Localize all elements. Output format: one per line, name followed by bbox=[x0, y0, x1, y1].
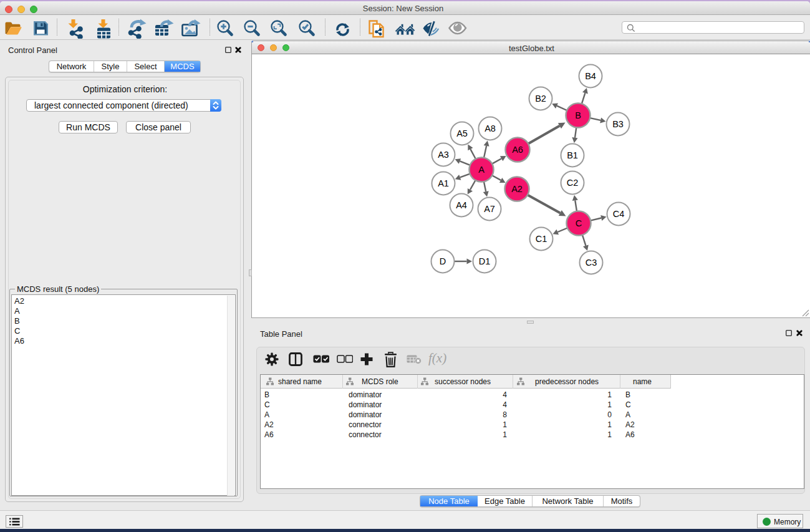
svg-text:D: D bbox=[440, 256, 446, 266]
svg-text:A8: A8 bbox=[485, 123, 496, 133]
svg-text:B1: B1 bbox=[567, 150, 578, 160]
svg-text:A5: A5 bbox=[456, 128, 468, 138]
svg-text:A6: A6 bbox=[512, 145, 523, 155]
svg-text:D1: D1 bbox=[479, 256, 491, 266]
svg-text:C1: C1 bbox=[536, 234, 547, 244]
svg-text:C3: C3 bbox=[586, 258, 597, 268]
svg-text:C: C bbox=[576, 218, 582, 228]
svg-text:B2: B2 bbox=[535, 94, 546, 104]
svg-text:B4: B4 bbox=[585, 71, 596, 81]
svg-text:A1: A1 bbox=[438, 178, 449, 188]
svg-text:B3: B3 bbox=[612, 119, 624, 129]
svg-text:A3: A3 bbox=[438, 150, 449, 160]
svg-text:B: B bbox=[575, 110, 581, 120]
svg-text:A: A bbox=[478, 165, 485, 175]
svg-text:A4: A4 bbox=[456, 200, 467, 210]
svg-text:A2: A2 bbox=[511, 184, 523, 194]
svg-text:A7: A7 bbox=[484, 204, 495, 214]
svg-text:C2: C2 bbox=[567, 178, 579, 188]
svg-text:C4: C4 bbox=[613, 209, 625, 219]
